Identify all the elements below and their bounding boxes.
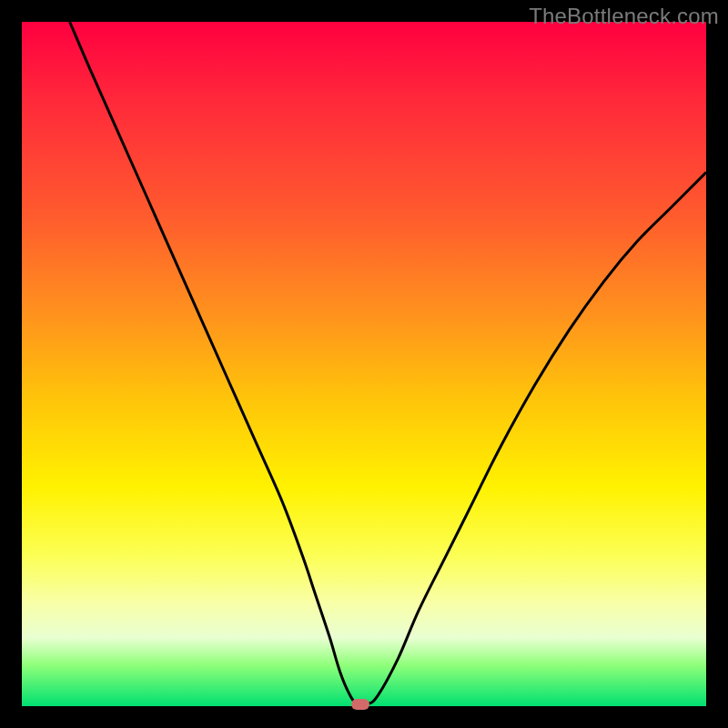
watermark-text: TheBottleneck.com [529,4,719,29]
chart-plot-area [22,22,706,706]
optimal-point-marker [351,699,369,710]
bottleneck-curve [22,22,706,706]
